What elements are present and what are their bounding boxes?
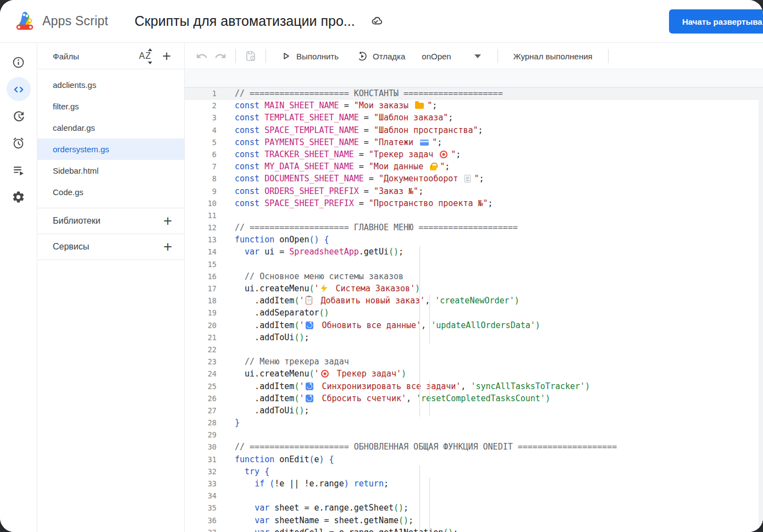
editor-scrollbar[interactable] xyxy=(759,88,763,532)
add-library-icon[interactable]: + xyxy=(162,215,173,226)
line-content: var editedCell = e.range.getA1Notation()… xyxy=(217,527,458,532)
line-content: function onEdit(e) { xyxy=(217,453,334,465)
save-icon[interactable] xyxy=(241,47,260,65)
editor-code-icon[interactable] xyxy=(5,76,32,103)
add-service-icon[interactable]: + xyxy=(162,241,173,252)
line-number: 5 xyxy=(185,136,217,148)
file-list: adclients.gsfilter.gscalendar.gsordersys… xyxy=(37,69,184,203)
line-number: 19 xyxy=(185,307,217,319)
code-line[interactable]: 12// ==================== ГЛАВНОЕ МЕНЮ =… xyxy=(185,221,763,234)
executions-icon[interactable] xyxy=(5,157,32,184)
undo-icon[interactable] xyxy=(192,47,211,65)
function-selector-value: onOpen xyxy=(422,52,451,61)
code-line[interactable]: 33 if (!e || !e.range) return; xyxy=(185,478,763,490)
overview-info-icon[interactable] xyxy=(5,49,32,76)
add-file-icon[interactable]: + xyxy=(161,51,172,62)
code-line[interactable]: 15 xyxy=(185,258,763,270)
code-line[interactable]: 13function onOpen() { xyxy=(185,234,763,246)
redo-icon[interactable] xyxy=(211,47,230,65)
play-icon xyxy=(280,51,291,62)
lock-emoji xyxy=(430,165,436,170)
code-line[interactable]: 11 xyxy=(185,209,763,221)
code-line[interactable]: 25 .addItem(' Синхронизировать все задач… xyxy=(185,380,763,392)
file-item[interactable]: filter.gs xyxy=(37,96,184,117)
code-line[interactable]: 8const DOCUMENTS_SHEET_NAME = "Документо… xyxy=(185,173,763,185)
files-title: Файлы xyxy=(53,52,137,61)
line-number: 3 xyxy=(185,112,217,124)
project-history-icon[interactable] xyxy=(5,103,32,130)
line-number: 37 xyxy=(185,527,217,532)
code-line[interactable]: 18 .addItem(' Добавить новый заказ', 'cr… xyxy=(185,295,763,307)
folder-emoji xyxy=(415,103,424,109)
code-line[interactable]: 22 xyxy=(185,343,763,356)
code-line[interactable]: 32 try { xyxy=(185,465,763,478)
code-line[interactable]: 20 .addItem(' Обновить все данные', 'upd… xyxy=(185,319,763,331)
code-line[interactable]: 1// ==================== КОНСТАНТЫ =====… xyxy=(185,87,763,99)
code-line[interactable]: 23 // Меню трекера задач xyxy=(185,356,763,368)
code-line[interactable]: 16 // Основное меню системы заказов xyxy=(185,270,763,282)
execution-log-button[interactable]: Журнал выполнения xyxy=(513,52,593,61)
line-number: 32 xyxy=(185,465,217,478)
line-number: 1 xyxy=(185,87,217,99)
deploy-button[interactable]: Начать развертыва xyxy=(669,9,763,34)
code-line[interactable]: 27 .addToUi(); xyxy=(185,404,763,417)
line-content: if (!e || !e.range) return; xyxy=(217,478,389,490)
code-line[interactable]: 31function onEdit(e) { xyxy=(185,453,763,465)
clipboard-emoji xyxy=(306,296,312,304)
code-line[interactable]: 5const PAYMENTS_SHEET_NAME = "Платежи "; xyxy=(185,136,763,148)
file-item[interactable]: Code.gs xyxy=(37,181,184,203)
line-content: .addSeparator() xyxy=(217,307,329,319)
file-item[interactable]: Sidebar.html xyxy=(37,160,184,181)
line-number: 34 xyxy=(185,490,217,502)
line-content: .addItem(' Сбросить счетчик', 'resetComp… xyxy=(217,392,550,404)
toolbar-divider xyxy=(608,49,609,63)
line-number: 6 xyxy=(185,148,217,160)
code-line[interactable]: 7const MY_DATA_SHEET_NAME = "Мои данные … xyxy=(185,160,763,173)
function-selector[interactable]: onOpen xyxy=(415,48,487,64)
code-line[interactable]: 26 .addItem(' Сбросить счетчик', 'resetC… xyxy=(185,392,763,404)
code-line[interactable]: 10const SPACE_SHEET_PREFIX = "Пространст… xyxy=(185,197,763,209)
file-item[interactable]: ordersystem.gs xyxy=(37,138,184,160)
settings-gear-icon[interactable] xyxy=(5,184,32,210)
line-content: const TEMPLATE_SHEET_NAME = "Шаблон зака… xyxy=(217,112,453,124)
project-title[interactable]: Скрипты для автоматизации про... xyxy=(135,13,355,29)
code-line[interactable]: 9const ORDERS_SHEET_PREFIX = "Заказ №"; xyxy=(185,185,763,197)
code-line[interactable]: 17 ui.createMenu(' Система Заказов') xyxy=(185,282,763,295)
code-line[interactable]: 6const TRACKER_SHEET_NAME = "Трекер зада… xyxy=(185,148,763,160)
indent-guide xyxy=(429,295,430,343)
debug-button[interactable]: Отладка xyxy=(356,51,405,62)
run-button[interactable]: Выполнить xyxy=(280,51,339,62)
code-line[interactable]: 21 .addToUi(); xyxy=(185,331,763,343)
triggers-alarm-icon[interactable] xyxy=(5,130,32,157)
line-number: 31 xyxy=(185,453,217,465)
line-number: 24 xyxy=(185,368,217,380)
code-line[interactable]: 30// ==================== ОБНОВЛЕННАЯ ОБ… xyxy=(185,441,763,453)
files-panel-header: Файлы AZ + xyxy=(37,43,184,69)
code-line[interactable]: 3const TEMPLATE_SHEET_NAME = "Шаблон зак… xyxy=(185,112,763,124)
code-editor[interactable]: 1// ==================== КОНСТАНТЫ =====… xyxy=(185,70,763,532)
code-line[interactable]: 29 xyxy=(185,429,763,441)
refresh-emoji xyxy=(306,383,313,390)
code-line[interactable]: 14 var ui = SpreadsheetApp.getUi(); xyxy=(185,246,763,258)
code-line[interactable]: 2const MAIN_SHEET_NAME = "Мои заказы "; xyxy=(185,99,763,112)
line-content: ui.createMenu(' Система Заказов') xyxy=(217,282,420,295)
code-line[interactable]: 34 xyxy=(185,490,763,502)
code-line[interactable]: 4const SPACE_TEMPLATE_NAME = "Шаблон про… xyxy=(185,124,763,136)
line-number: 23 xyxy=(185,356,217,368)
line-content xyxy=(217,258,235,270)
line-number: 36 xyxy=(185,514,217,527)
code-line[interactable]: 35 var sheet = e.range.getSheet(); xyxy=(185,502,763,514)
code-line[interactable]: 28} xyxy=(185,417,763,429)
file-item[interactable]: calendar.gs xyxy=(37,117,184,138)
toolbar-divider xyxy=(235,49,236,63)
file-item[interactable]: adclients.gs xyxy=(37,74,184,96)
code-line[interactable]: 36 var sheetName = sheet.getName(); xyxy=(185,514,763,527)
app-name: Apps Script xyxy=(42,14,108,29)
line-content: const SPACE_TEMPLATE_NAME = "Шаблон прос… xyxy=(217,124,483,136)
code-line[interactable]: 37 var editedCell = e.range.getA1Notatio… xyxy=(185,527,763,532)
line-number: 10 xyxy=(185,197,217,209)
sort-files-icon[interactable]: AZ xyxy=(137,50,153,62)
code-line[interactable]: 24 ui.createMenu(' Трекер задач') xyxy=(185,368,763,380)
code-line[interactable]: 19 .addSeparator() xyxy=(185,307,763,319)
files-panel: Файлы AZ + adclients.gsfilter.gscalendar… xyxy=(37,43,185,532)
